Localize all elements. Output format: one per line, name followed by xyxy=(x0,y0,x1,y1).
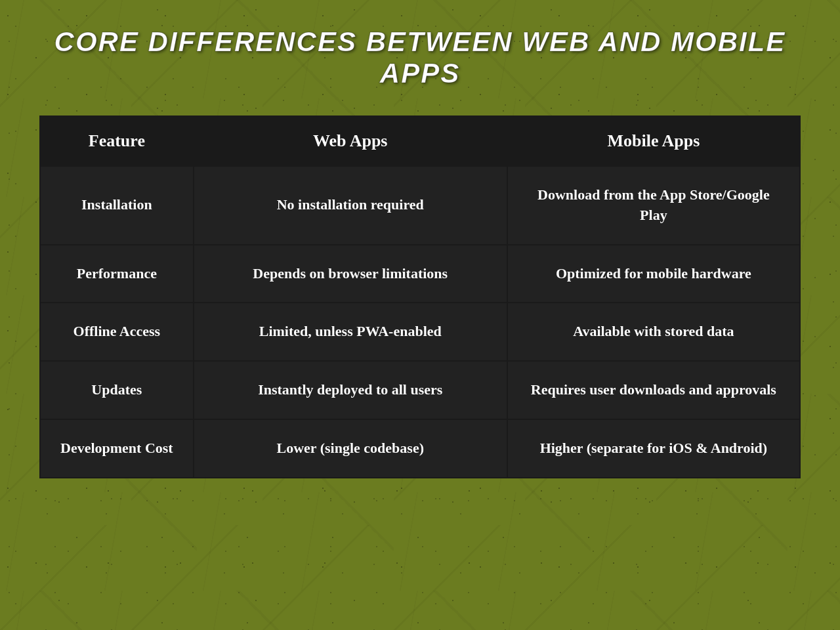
cell-web-2: Limited, unless PWA-enabled xyxy=(194,303,507,361)
table-row: Offline AccessLimited, unless PWA-enable… xyxy=(40,303,800,361)
cell-web-1: Depends on browser limitations xyxy=(194,245,507,303)
cell-web-3: Instantly deployed to all users xyxy=(194,361,507,419)
cell-mobile-2: Available with stored data xyxy=(507,303,800,361)
cell-feature-0: Installation xyxy=(40,166,194,245)
cell-feature-3: Updates xyxy=(40,361,194,419)
cell-feature-2: Offline Access xyxy=(40,303,194,361)
table-header-row: Feature Web Apps Mobile Apps xyxy=(40,116,800,166)
table-row: Development CostLower (single codebase)H… xyxy=(40,419,800,478)
cell-mobile-4: Higher (separate for iOS & Android) xyxy=(507,419,800,478)
page-title: CORE DIFFERENCES BETWEEN WEB AND MOBILE … xyxy=(39,26,801,89)
table-row: UpdatesInstantly deployed to all usersRe… xyxy=(40,361,800,419)
cell-web-4: Lower (single codebase) xyxy=(194,419,507,478)
cell-mobile-1: Optimized for mobile hardware xyxy=(507,245,800,303)
cell-mobile-3: Requires user downloads and approvals xyxy=(507,361,800,419)
table-row: InstallationNo installation requiredDown… xyxy=(40,166,800,245)
page-content: CORE DIFFERENCES BETWEEN WEB AND MOBILE … xyxy=(0,0,840,630)
comparison-table: Feature Web Apps Mobile Apps Installatio… xyxy=(39,116,801,478)
cell-web-0: No installation required xyxy=(194,166,507,245)
cell-feature-4: Development Cost xyxy=(40,419,194,478)
header-web: Web Apps xyxy=(194,116,507,166)
cell-feature-1: Performance xyxy=(40,245,194,303)
header-mobile: Mobile Apps xyxy=(507,116,800,166)
table-row: PerformanceDepends on browser limitation… xyxy=(40,245,800,303)
cell-mobile-0: Download from the App Store/Google Play xyxy=(507,166,800,245)
header-feature: Feature xyxy=(40,116,194,166)
